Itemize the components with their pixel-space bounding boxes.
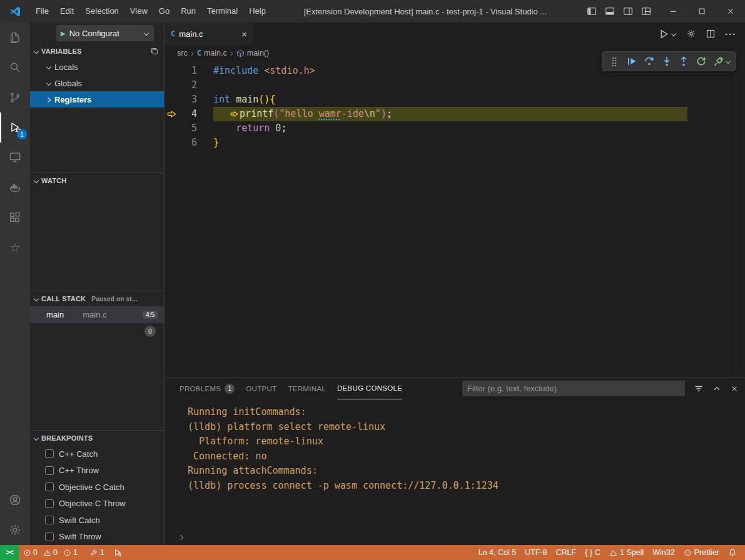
filter-icon[interactable] [694, 384, 704, 394]
toggle-sidebar-icon[interactable] [587, 6, 597, 16]
more-actions-icon[interactable]: ··· [725, 29, 736, 39]
remote-explorer-icon[interactable] [0, 142, 30, 172]
close-tab-icon[interactable]: × [241, 29, 247, 39]
code-line[interactable]: 3int main(){ [165, 92, 745, 107]
line-number: 5 [178, 121, 197, 136]
call-stack-section-header[interactable]: CALL STACK Paused on st... [30, 291, 164, 306]
tab-problems[interactable]: PROBLEMS 1 [180, 378, 235, 399]
search-icon[interactable] [0, 52, 30, 82]
code-editor[interactable]: 1#include <stdio.h>23int main(){4 printf… [165, 61, 745, 377]
extensions-icon[interactable] [0, 202, 30, 232]
accounts-icon[interactable] [0, 485, 30, 515]
breakpoint-checkbox[interactable] [45, 499, 54, 508]
console-filter-input[interactable] [462, 381, 685, 396]
code-line[interactable]: 6} [165, 136, 745, 150]
run-and-debug-icon[interactable]: 1 [0, 112, 30, 142]
glyph-margin [165, 92, 178, 107]
code-line[interactable]: 4 printf("hello wamr-ide\n"); [165, 107, 745, 121]
menu-run[interactable]: Run [175, 0, 201, 22]
call-stack-frame[interactable]: main main.c 4:5 [30, 306, 164, 323]
remote-indicator[interactable]: >< [0, 545, 19, 560]
breakpoint-row[interactable]: Swift Throw [30, 529, 164, 546]
menu-terminal[interactable]: Terminal [201, 0, 243, 22]
tab-main-c[interactable]: C main.c × [165, 22, 253, 45]
tab-output[interactable]: OUTPUT [246, 378, 276, 399]
problems-status[interactable]: 0 0 1 [19, 545, 85, 560]
debug-status-icon[interactable] [109, 545, 126, 560]
breakpoint-checkbox[interactable] [45, 516, 54, 524]
debug-console-output[interactable]: Running initCommands:(lldb) platform sel… [165, 399, 745, 529]
breakpoint-row[interactable]: C++ Catch [30, 446, 164, 462]
run-or-debug-button[interactable] [659, 29, 677, 39]
split-editor-icon[interactable] [706, 29, 716, 39]
breadcrumb-file[interactable]: C main.c [197, 49, 227, 58]
breakpoint-row[interactable]: Swift Catch [30, 512, 164, 529]
chevron-right-icon: › [230, 48, 233, 58]
editor-settings-gear-icon[interactable] [686, 29, 696, 39]
cursor-position[interactable]: Ln 4, Col 5 [474, 548, 520, 557]
continue-button[interactable] [624, 53, 640, 69]
copy-icon[interactable] [150, 47, 159, 56]
maximize-panel-icon[interactable] [712, 384, 721, 393]
chevron-down-icon [33, 178, 39, 184]
code-line[interactable]: 2 [165, 78, 745, 92]
menu-help[interactable]: Help [243, 0, 271, 22]
eol-indicator[interactable]: CRLF [552, 548, 581, 557]
variables-row[interactable]: Registers [30, 91, 164, 108]
glyph-margin [165, 78, 178, 92]
step-into-button[interactable] [659, 53, 675, 69]
breakpoint-label: C++ Catch [59, 449, 98, 459]
step-out-button[interactable] [676, 53, 692, 69]
breakpoint-row[interactable]: Objective C Throw [30, 496, 164, 512]
debug-configuration-dropdown[interactable]: ▶ No Configurat [56, 25, 154, 41]
breakpoint-checkbox[interactable] [45, 482, 54, 491]
variables-row[interactable]: Locals [30, 59, 164, 75]
wamr-star-icon[interactable]: ☆ [0, 232, 30, 262]
symbol-method-icon [236, 49, 245, 58]
variables-row[interactable]: Globals [30, 75, 164, 91]
tab-terminal[interactable]: TERMINAL [288, 378, 326, 399]
close-window-button[interactable] [716, 0, 745, 22]
menu-view[interactable]: View [124, 0, 153, 22]
breakpoint-row[interactable]: Objective C Catch [30, 479, 164, 496]
watch-section-header[interactable]: WATCH [30, 173, 164, 188]
close-panel-icon[interactable] [730, 384, 739, 393]
explorer-icon[interactable] [0, 22, 30, 52]
tools-status[interactable]: 1 [85, 545, 109, 560]
spell-checker-status[interactable]: 1 Spell [605, 548, 648, 557]
breadcrumb-symbol[interactable]: main() [236, 49, 269, 58]
menu-selection[interactable]: Selection [79, 0, 124, 22]
menu-edit[interactable]: Edit [54, 0, 79, 22]
menu-file[interactable]: File [30, 0, 54, 22]
inline-breakpoint-icon[interactable] [230, 110, 239, 118]
breakpoints-section-header[interactable]: BREAKPOINTS [30, 431, 164, 446]
maximize-button[interactable] [687, 0, 716, 22]
code-line[interactable]: 5 return 0; [165, 121, 745, 136]
menu-go[interactable]: Go [153, 0, 175, 22]
breakpoint-checkbox[interactable] [45, 532, 54, 541]
platform-indicator[interactable]: Win32 [648, 548, 679, 557]
breakpoint-checkbox[interactable] [45, 449, 54, 458]
settings-gear-icon[interactable] [0, 515, 30, 545]
minimize-button[interactable] [659, 0, 687, 22]
tools-count: 1 [100, 548, 104, 557]
customize-layout-icon[interactable] [641, 6, 651, 16]
drag-handle-icon[interactable]: ⣿ [606, 53, 622, 69]
prettier-status[interactable]: Prettier [679, 548, 724, 557]
breadcrumb-folder[interactable]: src [177, 49, 188, 58]
docker-icon[interactable] [0, 172, 30, 202]
chevron-down-icon[interactable] [724, 58, 731, 65]
step-over-button[interactable] [641, 53, 657, 69]
notifications-bell-icon[interactable] [724, 548, 741, 557]
language-mode[interactable]: { }C [580, 548, 605, 557]
breakpoint-checkbox[interactable] [45, 466, 54, 475]
debug-console-input[interactable] [165, 529, 745, 545]
restart-button[interactable] [693, 53, 709, 69]
source-control-icon[interactable] [0, 82, 30, 112]
toggle-secondary-sidebar-icon[interactable] [623, 6, 633, 16]
tab-debug-console[interactable]: DEBUG CONSOLE [337, 378, 402, 399]
breakpoint-row[interactable]: C++ Throw [30, 462, 164, 479]
toggle-panel-icon[interactable] [605, 6, 615, 16]
encoding-indicator[interactable]: UTF-8 [520, 548, 551, 557]
variables-section-header[interactable]: VARIABLES [30, 44, 164, 59]
